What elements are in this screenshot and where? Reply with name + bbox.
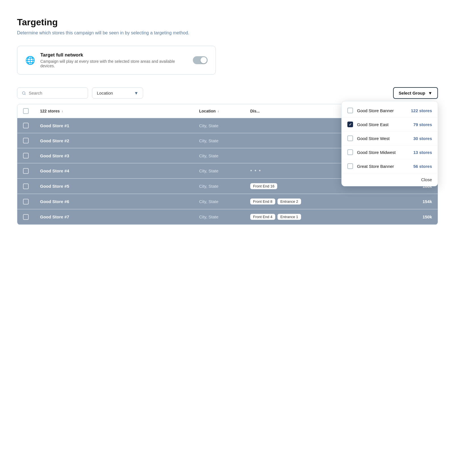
store-location: City, State — [199, 153, 250, 158]
location-dropdown[interactable]: Location ▼ — [92, 87, 143, 99]
store-location: City, State — [199, 138, 250, 143]
store-name: Good Store #6 — [40, 199, 199, 204]
dropdown-close-button[interactable]: Close — [342, 173, 438, 186]
group-checkbox[interactable] — [347, 122, 353, 127]
dropdown-group-item[interactable]: Good Store Midwest13 stores — [342, 145, 438, 159]
group-name: Great Store Banner — [357, 164, 409, 169]
search-input[interactable] — [29, 91, 83, 95]
store-name: Good Store #4 — [40, 168, 199, 173]
ellipsis: • • • — [250, 168, 261, 174]
store-name: Good Store #1 — [40, 123, 199, 128]
row-checkbox[interactable] — [23, 168, 29, 174]
group-name: Good Store East — [357, 122, 409, 127]
select-all-checkbox[interactable] — [23, 108, 40, 114]
row-checkbox[interactable] — [23, 199, 29, 204]
group-checkbox[interactable] — [347, 149, 353, 155]
page-subtitle: Determine which stores this campaign wil… — [17, 30, 438, 36]
chevron-down-icon: ▼ — [134, 91, 138, 95]
location-label: Location — [97, 91, 113, 95]
group-dropdown-menu: Good Store Banner122 storesGood Store Ea… — [341, 101, 438, 186]
sort-icon: ↓ — [61, 109, 63, 113]
group-checkbox[interactable] — [347, 108, 353, 113]
target-network-text: Target full network Campaign will play a… — [40, 52, 188, 68]
search-icon — [22, 91, 26, 95]
target-network-title: Target full network — [40, 52, 188, 58]
group-store-count: 122 stores — [411, 108, 432, 113]
tags-cell: Front End 8Entrance 2 — [250, 199, 409, 204]
globe-icon: 🌐 — [25, 56, 35, 65]
row-checkbox[interactable] — [23, 183, 29, 189]
table-row[interactable]: Good Store #7City, StateFront End 4Entra… — [17, 209, 438, 225]
store-location: City, State — [199, 214, 250, 219]
dropdown-group-item[interactable]: Great Store Banner56 stores — [342, 159, 438, 173]
filters-row: Location ▼ Select Group ▼ Good Store Ban… — [17, 87, 438, 99]
target-network-toggle[interactable] — [193, 56, 208, 64]
group-store-count: 30 stores — [413, 136, 432, 141]
store-name: Good Store #5 — [40, 184, 199, 189]
store-location: City, State — [199, 184, 250, 189]
group-checkbox[interactable] — [347, 163, 353, 169]
store-tag: Entrance 2 — [277, 199, 301, 204]
store-metric-count: 154k — [409, 199, 432, 204]
store-count-label: 122 stores — [40, 109, 60, 113]
store-name: Good Store #3 — [40, 153, 199, 158]
group-name: Good Store West — [357, 136, 409, 141]
dropdown-group-item[interactable]: Good Store Banner122 stores — [342, 104, 438, 118]
group-store-count: 79 stores — [413, 122, 432, 127]
target-network-card: 🌐 Target full network Campaign will play… — [17, 46, 216, 75]
store-name: Good Store #7 — [40, 214, 199, 219]
store-tag: Entrance 1 — [277, 214, 301, 220]
store-tag: Front End 16 — [250, 183, 277, 189]
row-checkbox[interactable] — [23, 138, 29, 143]
select-group-container: Select Group ▼ Good Store Banner122 stor… — [393, 87, 438, 99]
store-name: Good Store #2 — [40, 138, 199, 143]
store-location: City, State — [199, 168, 250, 173]
svg-line-1 — [25, 94, 26, 95]
store-metric-count: 150k — [409, 214, 432, 219]
dropdown-group-item[interactable]: Good Store West30 stores — [342, 131, 438, 145]
page-title: Targeting — [17, 17, 438, 28]
dropdown-group-item[interactable]: Good Store East79 stores — [342, 118, 438, 131]
group-store-count: 13 stores — [413, 150, 432, 155]
select-group-label: Select Group — [399, 91, 425, 95]
store-count-header[interactable]: 122 stores ↓ — [40, 109, 199, 113]
store-tag: Front End 8 — [250, 199, 275, 204]
row-checkbox[interactable] — [23, 214, 29, 220]
table-row[interactable]: Good Store #6City, StateFront End 8Entra… — [17, 194, 438, 209]
sort-icon: ↓ — [217, 109, 219, 113]
group-name: Good Store Banner — [357, 108, 407, 113]
row-checkbox[interactable] — [23, 123, 29, 128]
store-location: City, State — [199, 199, 250, 204]
search-box[interactable] — [17, 87, 88, 99]
group-store-count: 56 stores — [413, 164, 432, 169]
row-checkbox[interactable] — [23, 153, 29, 158]
location-header[interactable]: Location ↓ — [199, 109, 250, 113]
tags-cell: Front End 4Entrance 1 — [250, 214, 409, 220]
store-location: City, State — [199, 123, 250, 128]
select-group-button[interactable]: Select Group ▼ — [393, 87, 438, 99]
chevron-down-icon: ▼ — [428, 91, 432, 95]
location-label: Location — [199, 109, 216, 113]
group-checkbox[interactable] — [347, 135, 353, 141]
store-tag: Front End 4 — [250, 214, 275, 220]
target-network-desc: Campaign will play at every store with t… — [40, 59, 188, 68]
group-name: Good Store Midwest — [357, 150, 409, 155]
